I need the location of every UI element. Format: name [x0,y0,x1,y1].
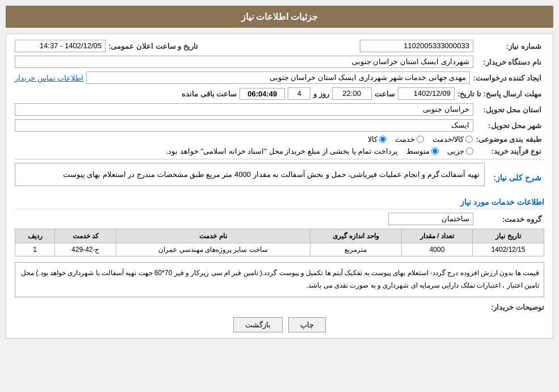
service-table: تاریخ نیاز تعداد / مقدار واحد اندازه گیر… [15,229,544,256]
category-service-label: خدمت [395,135,415,144]
buttons-row: چاپ بازگشت [15,317,544,332]
need-number-label: شماره نیاز: [476,42,544,50]
category-label: طبقه بندی موضوعی: [476,135,544,144]
process-row: نوع فرآیند خرید: جزیی متوسط پرداخت تمام … [15,147,544,155]
process-partial-item[interactable]: جزیی [447,147,473,155]
need-number-value: 1102005333000033 [360,40,473,52]
service-info-title: اطلاعات خدمات مورد نیاز [15,197,544,209]
province-label: استان محل تحویل: [476,106,544,114]
back-button[interactable]: بازگشت [233,317,283,332]
buyer-notes-label: توصیحات خریدار: [491,303,544,311]
deadline-label: مهلت ارسال پاسخ: تا تاریخ: [457,90,544,98]
buyer-name-label: نام دستگاه خریدار: [476,58,544,66]
page-wrapper: جزئیات اطلاعات نیاز شماره نیاز: 11020053… [0,0,559,344]
content-area: شماره نیاز: 1102005333000033 تاریخ و ساع… [6,33,553,339]
deadline-time-value: 22:00 [332,87,372,100]
process-partial-radio[interactable] [466,147,473,155]
need-number-row: شماره نیاز: 1102005333000033 تاریخ و ساع… [15,40,544,52]
category-service-goods-item[interactable]: کالا/خدمت [432,135,473,144]
category-goods-radio[interactable] [379,136,386,143]
date-value: 1402/12/05 - 14:37 [15,40,106,52]
remaining-label: ساعت باقی مانده [182,90,237,98]
deadline-date-value: 1402/12/09 [398,87,455,100]
cell-date: 1402/12/15 [473,243,544,256]
cell-quantity: 4000 [401,243,473,256]
process-label: نوع فرآیند خرید: [476,147,544,155]
category-goods-item[interactable]: کالا [368,135,386,144]
process-partial-label: جزیی [447,147,464,155]
table-row: 1402/12/15 4000 مترمربع ساخت سایر پروژه‌… [15,243,544,256]
cell-service-code: ج-42-429 [55,243,116,256]
process-medium-label: متوسط [406,147,430,155]
city-row: شهر محل تحویل: ایسک [15,119,544,132]
group-row: گروه خدمت: ساختمان [15,213,544,225]
deadline-time-label: ساعت [375,90,395,98]
deadline-days-value: 4 [288,87,310,100]
category-service-goods-label: کالا/خدمت [432,135,464,144]
province-row: استان محل تحویل: خراسان جنوبی [15,103,544,116]
print-button[interactable]: چاپ [288,317,326,332]
city-value: ایسک [15,119,473,132]
col-quantity: تعداد / مقدار [401,229,473,243]
category-row: طبقه بندی موضوعی: کالا/خدمت خدمت کالا [15,135,544,144]
col-row-num: ردیف [15,229,55,243]
process-medium-radio[interactable] [431,147,439,155]
process-description-text: پرداخت تمام یا بخشی از مبلغ خریداز محل "… [166,147,398,155]
category-service-radio[interactable] [417,136,424,143]
notes-text: قیمت ها بدون ارزش افزوده درج گردد- استعل… [21,269,539,289]
contact-link[interactable]: اطلاعات تماس خریدار [15,74,83,82]
creator-label: ایجاد کننده درخواست: [473,74,544,82]
buyer-name-row: نام دستگاه خریدار: شهرداری ایسک استان خر… [15,56,544,68]
group-label: گروه خدمت: [476,215,544,224]
cell-row-num: 1 [15,243,55,256]
col-service-code: کد خدمت [55,229,116,243]
col-service-name: نام خدمت [116,229,310,243]
description-label: شرح کلی نیاز: [487,173,544,182]
remaining-time-value: 06:04:49 [239,88,285,100]
city-label: شهر محل تحویل: [476,121,544,130]
category-radio-group: کالا/خدمت خدمت کالا [368,135,473,144]
table-header-row: تاریخ نیاز تعداد / مقدار واحد اندازه گیر… [15,229,544,243]
creator-value: مهدی جهانی خدمات شهر شهرداری ایسک استان … [86,71,470,84]
header-title: جزئیات اطلاعات نیاز [241,12,318,22]
col-unit: واحد اندازه گیری [310,229,401,243]
process-medium-item[interactable]: متوسط [406,147,439,155]
date-label: تاریخ و ساعت اعلان عمومی: [108,42,198,50]
page-header: جزئیات اطلاعات نیاز [6,6,553,28]
description-value: تهیه آسفالت گرم و انجام عملیات فیریاشی، … [15,163,485,186]
group-value: ساختمان [388,213,473,225]
category-service-item[interactable]: خدمت [395,135,424,144]
deadline-row: مهلت ارسال پاسخ: تا تاریخ: 1402/12/09 سا… [15,87,544,100]
cell-unit: مترمربع [310,243,401,256]
col-date: تاریخ نیاز [473,229,544,243]
divider-1 [15,159,544,159]
buyer-notes-row: توصیحات خریدار: [15,303,544,311]
buyer-name-value: شهرداری ایسک استان خراسان جنوبی [15,56,473,68]
category-goods-label: کالا [368,135,377,144]
cell-service-name: ساخت سایر پروژه‌های مهندسی عمران [116,243,310,256]
province-value: خراسان جنوبی [15,103,473,116]
category-service-goods-radio[interactable] [465,136,473,143]
creator-row: ایجاد کننده درخواست: مهدی جهانی خدمات شه… [15,71,544,84]
process-radio-group: جزیی متوسط [406,147,473,155]
deadline-day-label: روز و [313,90,329,98]
description-row: شرح کلی نیاز: تهیه آسفالت گرم و انجام عم… [15,163,544,192]
service-table-body: 1402/12/15 4000 مترمربع ساخت سایر پروژه‌… [15,243,544,256]
notes-box: قیمت ها بدون ارزش افزوده درج گردد- استعل… [15,262,544,297]
